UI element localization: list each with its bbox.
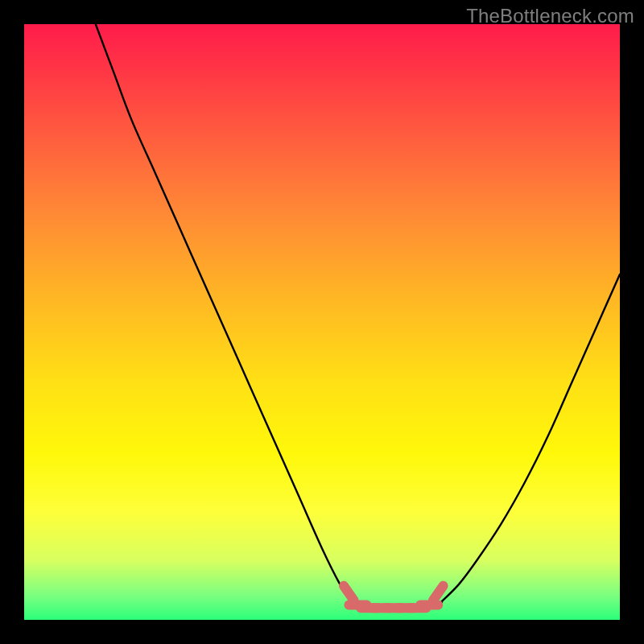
- bottleneck-curve-path: [96, 24, 620, 609]
- bottleneck-curve: [96, 24, 620, 609]
- valley-marker-group: [344, 586, 444, 609]
- chart-frame: TheBottleneck.com: [0, 0, 644, 644]
- curve-svg: [24, 24, 620, 620]
- plot-area: [24, 24, 620, 620]
- valley-marker: [433, 586, 444, 601]
- valley-marker: [344, 586, 354, 601]
